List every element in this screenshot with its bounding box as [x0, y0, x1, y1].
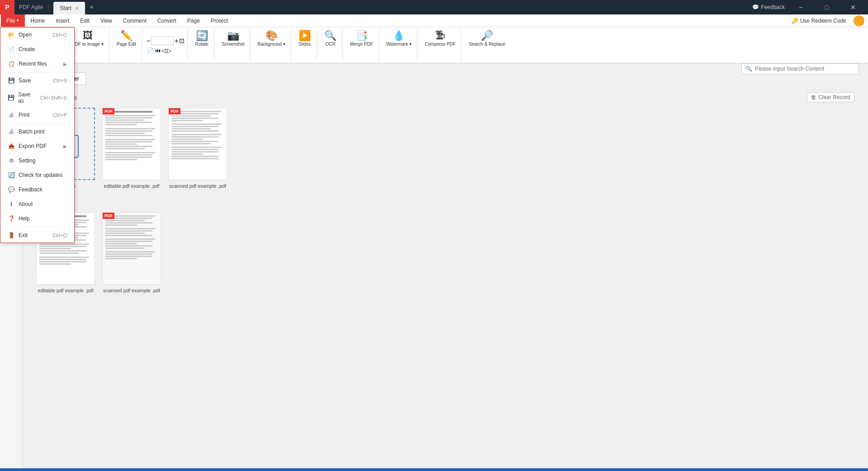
maximize-button[interactable]: □ — [816, 0, 837, 14]
next-page-button[interactable]: ▷ — [167, 47, 171, 54]
search-replace-button[interactable]: 🔎 Search & Replace — [466, 29, 508, 48]
screenshot-button[interactable]: 📷 Screenshot — [219, 29, 247, 48]
recent-file-2-thumb: PDF — [168, 108, 227, 180]
menu-item-comment[interactable]: Comment — [118, 14, 152, 27]
save-as-icon: 💾 — [8, 94, 14, 101]
ribbon-group-page-edit: ✏️ Page Edit — [111, 29, 142, 61]
pdf-to-image-button[interactable]: 🖼 PDF to Image ▾ — [69, 29, 106, 48]
search-bar: 🔍 — [741, 63, 859, 74]
open-icon: 📂 — [8, 31, 15, 38]
batch-print-icon: 🖨 — [8, 128, 15, 135]
ribbon-group-screenshot: 📷 Screenshot — [216, 29, 251, 61]
file-menu-about[interactable]: ℹ About — [0, 197, 74, 211]
create-icon: 📄 — [8, 46, 15, 53]
tab-add-button[interactable]: + — [86, 0, 97, 14]
file-menu-print[interactable]: 🖨 Print Ctrl+P — [0, 108, 74, 122]
file-menu-recent[interactable]: 📋 Recent files ▶ — [0, 57, 74, 71]
trash-icon: 🗑 — [811, 94, 816, 100]
ribbon-group-nav: − + ⊡ 📄 ⏮ ◁ ▷ — [144, 29, 188, 61]
page-edit-button[interactable]: ✏️ Page Edit — [114, 29, 139, 48]
search-input[interactable] — [755, 66, 845, 72]
user-avatar[interactable] — [854, 15, 864, 26]
export-pdf-icon: 📤 — [8, 143, 15, 150]
print-icon: 🖨 — [8, 111, 15, 119]
file-menu-batch-print[interactable]: 🖨 Batch print — [0, 124, 74, 139]
recent-file-2[interactable]: PDF — [168, 108, 227, 189]
close-button[interactable]: ✕ — [843, 0, 863, 14]
rotate-button[interactable]: 🔄 Rotate — [192, 29, 211, 48]
about-icon: ℹ — [8, 200, 15, 208]
desktop-pdf-preview-2 — [103, 213, 161, 284]
file-menu-check-updates[interactable]: 🔄 Check for updates — [0, 168, 74, 182]
tab-close-icon[interactable]: ✕ — [75, 6, 79, 11]
menu-item-file[interactable]: File ▼ — [1, 14, 25, 27]
minimize-button[interactable]: − — [790, 0, 811, 14]
pdf-badge-1: PDF — [103, 108, 114, 114]
file-menu-create[interactable]: 📄 Create — [0, 42, 74, 57]
ribbon-toolbar: Insert ▾ W PDF to Word ▾ 🖼 PDF to Image … — [0, 27, 868, 63]
key-icon: 🔑 — [792, 18, 798, 24]
desktop-file-2[interactable]: PDF — [102, 212, 161, 294]
file-menu-dropdown: 📂 Open Ctrl+O 📄 Create 📋 Recent files ▶ … — [0, 27, 75, 243]
print-shortcut: Ctrl+P — [53, 112, 67, 118]
menu-item-edit[interactable]: Edit — [75, 14, 95, 27]
file-menu-arrow: ▼ — [16, 19, 19, 23]
zoom-out-button[interactable]: − — [147, 37, 150, 44]
page-outline-button[interactable]: 📄 — [147, 47, 154, 54]
desktop-file-2-label: scanned pdf example .pdf — [103, 287, 160, 294]
file-menu-setting[interactable]: ⚙ Setting — [0, 153, 74, 168]
save-as-shortcut: Ctrl+Shift+S — [40, 95, 67, 100]
file-menu-exit[interactable]: 🚪 Exit Ctrl+Q — [0, 228, 74, 243]
feedback-menu-icon: 💬 — [8, 186, 15, 193]
ribbon-group-rotate: 🔄 Rotate — [190, 29, 214, 61]
menu-divider-3 — [0, 227, 74, 227]
export-arrow-icon: ▶ — [63, 144, 67, 149]
file-menu-save[interactable]: 💾 Save Ctrl+S — [0, 73, 74, 88]
recent-projects-grid: Open file PDF — [36, 108, 854, 189]
ribbon-group-search: 🔎 Search & Replace — [463, 29, 511, 61]
app-name: PDF Agile — [14, 4, 47, 10]
menu-item-protect[interactable]: Protect — [205, 14, 233, 27]
zoom-input[interactable] — [151, 36, 174, 45]
use-redeem-code[interactable]: 🔑 Use Redeem Code — [792, 18, 846, 24]
zoom-in-button[interactable]: + — [175, 37, 178, 44]
watermark-button[interactable]: 💧 Watermark ▾ — [384, 29, 414, 48]
desktop-files-grid: PDF — [36, 212, 854, 294]
pdf-badge-2: PDF — [169, 108, 180, 114]
ribbon-group-ocr: 🔍 OCR — [319, 29, 343, 61]
recent-file-1[interactable]: PDF — [102, 108, 161, 189]
file-menu-export-pdf[interactable]: 📤 Export PDF ▶ — [0, 139, 74, 153]
fit-button[interactable]: ⊡ — [179, 37, 185, 44]
desktop-file-1-label: editable pdf example .pdf — [38, 287, 94, 294]
menu-item-home[interactable]: Home — [25, 14, 50, 27]
file-menu-open[interactable]: 📂 Open Ctrl+O — [0, 28, 74, 42]
file-menu-help[interactable]: ❓ Help — [0, 211, 74, 226]
prev-page-button[interactable]: ◁ — [161, 47, 166, 54]
menu-item-page[interactable]: Page — [182, 14, 205, 27]
ocr-button[interactable]: 🔍 OCR — [322, 29, 340, 48]
help-icon: ❓ — [8, 215, 15, 222]
check-updates-icon: 🔄 — [8, 171, 15, 179]
menu-item-convert[interactable]: Convert — [152, 14, 182, 27]
slides-button[interactable]: ▶️ Slides — [296, 29, 314, 48]
menu-item-view[interactable]: View — [95, 14, 118, 27]
file-menu-save-as[interactable]: 💾 Save as Ctrl+Shift+S — [0, 88, 74, 108]
pdf-preview-1 — [103, 108, 161, 180]
ribbon-group-slides: ▶️ Slides — [293, 29, 317, 61]
compress-pdf-button[interactable]: 🗜 Compress PDF — [422, 29, 458, 48]
menu-item-insert[interactable]: Insert — [50, 14, 75, 27]
tab-start[interactable]: Start ✕ — [53, 2, 85, 14]
exit-icon: 🚪 — [8, 232, 15, 239]
menu-divider-1 — [0, 72, 74, 72]
background-button[interactable]: 🎨 Background ▾ — [255, 29, 288, 48]
merge-pdf-button[interactable]: 📑 Merge PDF — [347, 29, 376, 48]
status-bar — [0, 468, 868, 471]
pdf-preview-2 — [169, 108, 227, 180]
title-bar: P PDF Agile | Start ✕ + 💬 Feedback − □ ✕ — [0, 0, 868, 14]
clear-record-button[interactable]: 🗑 Clear Record — [807, 92, 854, 102]
ribbon-group-compress: 🗜 Compress PDF — [419, 29, 461, 61]
ribbon-group-background: 🎨 Background ▾ — [252, 29, 291, 61]
feedback-button[interactable]: 💬 Feedback — [752, 4, 785, 10]
file-menu-feedback[interactable]: 💬 Feedback — [0, 182, 74, 197]
first-page-button[interactable]: ⏮ — [155, 47, 161, 54]
